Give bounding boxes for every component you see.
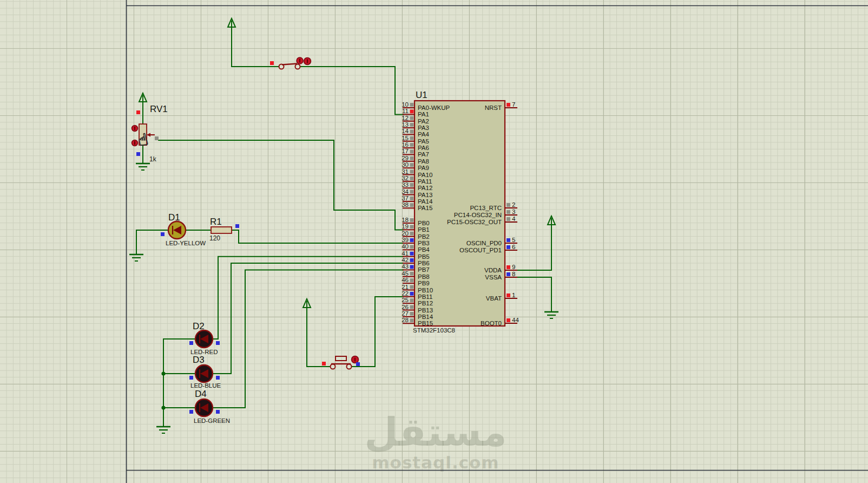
pin-name: PB1 bbox=[418, 226, 430, 233]
push-button-1[interactable] bbox=[279, 57, 311, 69]
pin-state-square bbox=[410, 149, 414, 153]
pin-state-square bbox=[410, 252, 414, 256]
pin-state-square bbox=[410, 136, 414, 140]
component-d1-led-yellow[interactable] bbox=[168, 221, 186, 239]
pin-number: 15 bbox=[402, 135, 409, 141]
pin-name: PB11 bbox=[418, 293, 432, 300]
wire-junction bbox=[161, 406, 165, 409]
pin-state-square bbox=[507, 203, 510, 207]
state-square-d3-left bbox=[189, 376, 193, 380]
component-d4-led-green[interactable] bbox=[195, 399, 213, 416]
power-arrow-vcc-rv1 bbox=[139, 93, 147, 102]
pin-number: 32 bbox=[402, 175, 409, 181]
schematic-sheet[interactable]: U1 STM32F103C8 10PA0-WKUP11PA112PA213PA3… bbox=[0, 0, 868, 483]
r1-ref-label: R1 bbox=[210, 217, 222, 227]
pin-number: 42 bbox=[402, 257, 409, 263]
pin-state-square bbox=[410, 183, 414, 187]
r1-body[interactable] bbox=[211, 227, 232, 233]
state-square-rv1-wiper bbox=[155, 136, 159, 140]
pin-name: PB7 bbox=[418, 266, 430, 273]
pin-name: PA3 bbox=[418, 125, 429, 131]
pin-number: 13 bbox=[402, 121, 409, 128]
pin-name: PA2 bbox=[418, 118, 429, 125]
pin-number: 14 bbox=[402, 128, 409, 134]
pin-name: PC14-OSC32_IN bbox=[454, 212, 502, 218]
pin-number: 26 bbox=[402, 304, 409, 310]
component-r1-resistor[interactable]: R1 120 bbox=[209, 217, 232, 242]
button2-cap bbox=[336, 356, 346, 361]
pin-state-square bbox=[507, 272, 510, 276]
pin-name: PB9 bbox=[418, 280, 430, 286]
pin-name: PB13 bbox=[418, 307, 433, 314]
pin-state-square bbox=[410, 238, 414, 242]
pin-state-square bbox=[410, 129, 414, 133]
pin-number: 34 bbox=[402, 188, 409, 195]
pin-name: PB12 bbox=[418, 300, 433, 306]
pin-name: PB8 bbox=[418, 273, 430, 280]
pin-state-square bbox=[410, 318, 414, 322]
pin-name: PA8 bbox=[418, 158, 429, 165]
button2-terminal-left bbox=[331, 364, 336, 369]
chip-part-label: STM32F103C8 bbox=[413, 327, 455, 334]
pin-number: 27 bbox=[402, 310, 409, 317]
pin-name: PA4 bbox=[418, 131, 429, 138]
pin-number: 11 bbox=[402, 108, 409, 114]
pin-name: PB15 bbox=[418, 320, 433, 327]
d4-ref-label: D4 bbox=[195, 389, 207, 399]
button1-terminal-right bbox=[295, 64, 300, 69]
wire-junction bbox=[161, 371, 165, 375]
pin-number: 17 bbox=[402, 148, 409, 154]
pin-state-square bbox=[410, 245, 414, 249]
pin-state-square bbox=[410, 225, 414, 229]
pin-number: 28 bbox=[402, 317, 409, 323]
net-state-indicators bbox=[136, 61, 360, 414]
ground-symbol-gnd-d1 bbox=[129, 254, 143, 261]
state-square-rv1-top bbox=[136, 110, 140, 114]
pin-number: 43 bbox=[402, 263, 409, 270]
pin-number: 46 bbox=[402, 277, 409, 283]
pin-state-square bbox=[410, 170, 414, 174]
button1-blade bbox=[282, 64, 297, 65]
state-square-r1 bbox=[235, 224, 239, 228]
pin-state-square bbox=[410, 258, 414, 262]
d1-value-label: LED-YELLOW bbox=[166, 240, 206, 246]
pin-number: 5 bbox=[512, 237, 515, 243]
pin-state-square bbox=[410, 305, 414, 309]
r1-value-label: 120 bbox=[209, 234, 220, 242]
wire-vcc-to-button2 bbox=[307, 308, 330, 367]
pin-state-square bbox=[410, 278, 414, 282]
wire-button1-to-pa1 bbox=[299, 67, 404, 114]
component-u1-stm32[interactable]: U1 STM32F103C8 10PA0-WKUP11PA112PA213PA3… bbox=[402, 90, 519, 334]
component-d3-led-blue[interactable] bbox=[195, 365, 213, 382]
pin-number: 3 bbox=[512, 208, 515, 215]
pin-state-square bbox=[410, 116, 414, 120]
d1-ref-label: D1 bbox=[168, 212, 180, 223]
state-square-d3-right bbox=[216, 376, 220, 380]
component-d2-led-red[interactable] bbox=[195, 330, 213, 348]
power-arrow-vcc-button2 bbox=[303, 299, 311, 308]
state-square-d1 bbox=[161, 232, 165, 236]
pin-number: 19 bbox=[402, 223, 409, 230]
state-square-d2-left bbox=[189, 341, 193, 345]
pin-name: PC13_RTC bbox=[470, 205, 502, 211]
pin-state-square bbox=[507, 245, 510, 249]
pin-state-square bbox=[507, 293, 510, 297]
pin-number: 6 bbox=[512, 244, 515, 250]
pin-number: 4 bbox=[512, 216, 516, 222]
wire-button2-to-pb11 bbox=[352, 297, 404, 367]
state-square-button2-left bbox=[322, 362, 326, 365]
pin-state-square bbox=[410, 312, 414, 316]
pin-number: 39 bbox=[402, 237, 409, 243]
pin-state-square bbox=[507, 103, 510, 107]
schematic-editor-canvas[interactable]: مستقل mostaql.com U1 STM32F103C8 10PA0-W… bbox=[0, 0, 868, 483]
pin-state-square bbox=[410, 292, 414, 296]
pin-state-square bbox=[507, 217, 510, 221]
pin-number: 9 bbox=[512, 264, 515, 270]
state-square-d4-left bbox=[189, 410, 193, 414]
pin-state-square bbox=[410, 203, 414, 207]
state-square-button2-right bbox=[356, 362, 360, 366]
pin-name: PB4 bbox=[418, 246, 430, 253]
pin-name: PA9 bbox=[418, 165, 429, 171]
pin-name: PA12 bbox=[418, 185, 432, 191]
pin-state-square bbox=[507, 210, 510, 214]
